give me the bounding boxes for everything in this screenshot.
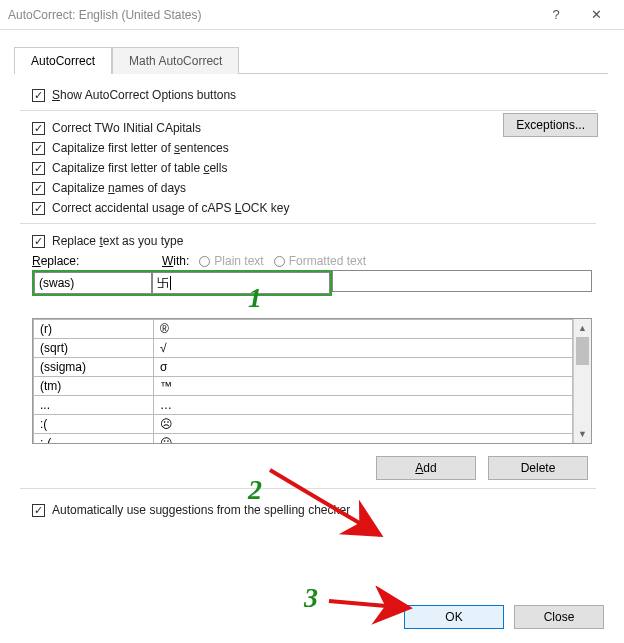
checkbox-two-initial[interactable]: [32, 122, 45, 135]
table-row[interactable]: :(☹: [34, 415, 573, 434]
table-row[interactable]: (r)®: [34, 320, 573, 339]
close-icon[interactable]: ✕: [576, 7, 616, 22]
scroll-down-icon[interactable]: ▼: [574, 425, 591, 443]
window-title: AutoCorrect: English (United States): [8, 8, 536, 22]
titlebar: AutoCorrect: English (United States) ? ✕: [0, 0, 624, 30]
table-row[interactable]: :-(☹: [34, 434, 573, 445]
close-button[interactable]: Close: [514, 605, 604, 629]
replace-input[interactable]: [34, 272, 152, 294]
label-plain-text: Plain text: [214, 254, 263, 268]
checkbox-sentences[interactable]: [32, 142, 45, 155]
scroll-up-icon[interactable]: ▲: [574, 319, 591, 337]
ok-button[interactable]: OK: [404, 605, 504, 629]
table-row[interactable]: (sqrt)√: [34, 339, 573, 358]
label-days: Capitalize names of days: [52, 181, 186, 195]
table-row[interactable]: (ssigma)σ: [34, 358, 573, 377]
help-button[interactable]: ?: [536, 7, 576, 22]
delete-button[interactable]: Delete: [488, 456, 588, 480]
checkbox-days[interactable]: [32, 182, 45, 195]
checkbox-spell-suggest[interactable]: [32, 504, 45, 517]
autocorrect-dialog: AutoCorrect: English (United States) ? ✕…: [0, 0, 624, 643]
label-table-cells: Capitalize first letter of table cells: [52, 161, 227, 175]
table-row[interactable]: ...…: [34, 396, 573, 415]
tab-autocorrect[interactable]: AutoCorrect: [14, 47, 112, 74]
label-show-options: Show AutoCorrect Options buttons: [52, 88, 236, 102]
label-with: With:: [162, 254, 189, 268]
list-scrollbar[interactable]: ▲ ▼: [573, 319, 591, 443]
exceptions-button[interactable]: Exceptions...: [503, 113, 598, 137]
label-caps-lock: Correct accidental usage of cAPS LOCK ke…: [52, 201, 289, 215]
label-formatted-text: Formatted text: [289, 254, 366, 268]
checkbox-table-cells[interactable]: [32, 162, 45, 175]
label-replace-text: Replace text as you type: [52, 234, 183, 248]
with-input-overflow[interactable]: [332, 270, 592, 292]
checkbox-caps-lock[interactable]: [32, 202, 45, 215]
add-button[interactable]: Add: [376, 456, 476, 480]
label-two-initial: Correct TWo INitial CApitals: [52, 121, 201, 135]
with-input[interactable]: 卐: [152, 272, 330, 294]
scroll-thumb[interactable]: [576, 337, 589, 365]
tab-math-autocorrect[interactable]: Math AutoCorrect: [112, 47, 239, 74]
label-sentences: Capitalize first letter of sentences: [52, 141, 229, 155]
scroll-track[interactable]: [574, 337, 591, 425]
text-cursor: [170, 276, 171, 290]
annotation-3: 3: [304, 582, 318, 614]
radio-plain-text: [199, 256, 210, 267]
label-replace: Replace:: [32, 254, 162, 268]
tab-strip: AutoCorrect Math AutoCorrect: [14, 46, 608, 74]
autocorrect-list: (r)® (sqrt)√ (ssigma)σ (tm)™ ...… :(☹ :-…: [32, 318, 592, 444]
checkbox-show-options[interactable]: [32, 89, 45, 102]
checkbox-replace-text[interactable]: [32, 235, 45, 248]
label-spell-suggest: Automatically use suggestions from the s…: [52, 503, 350, 517]
table-row[interactable]: (tm)™: [34, 377, 573, 396]
radio-formatted-text: [274, 256, 285, 267]
